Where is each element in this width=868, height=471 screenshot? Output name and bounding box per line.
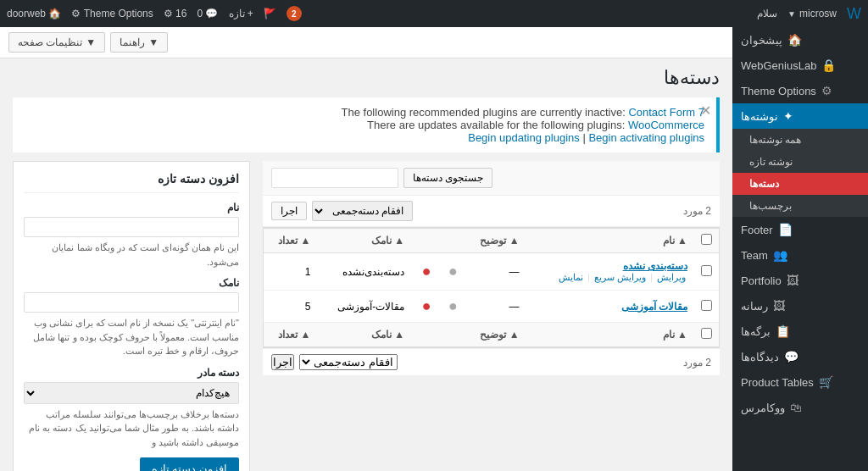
sidebar-item-team[interactable]: 👥 Team [732,242,868,268]
sidebar-item-pages[interactable]: 📋 برگه‌ها [732,319,868,344]
sidebar-item-comments[interactable]: 💬 دیدگاه‌ها [732,344,868,369]
parent-hint: دسته‌ها برخلاف برچسب‌ها می‌توانند سلسله … [24,407,239,450]
row2-desc-cell: — [465,291,526,323]
sidebar-item-dashboard[interactable]: 🏠 پیشخوان [732,27,868,53]
dashboard-icon: 🏠 [787,33,802,47]
foot-col-name[interactable]: ▲ نام [526,323,694,347]
sidebar-item-new-post[interactable]: نوشته تازه [732,151,868,173]
help-btn[interactable]: ▼ راهنما [110,32,168,53]
sidebar-item-footer[interactable]: 📄 Footer [732,217,868,242]
sidebar-item-posts[interactable]: ✦ نوشته‌ها [732,103,868,129]
notice-close-btn[interactable]: ✕ [700,103,711,119]
foot-col-count[interactable]: ▲ تعداد [264,323,317,347]
name-hint: این نام همان گونه‌ای است که در وبگاه شما… [24,241,239,269]
row1-checkbox[interactable] [701,265,712,276]
adminbar-site-name[interactable]: microsw ▼ [787,8,837,19]
row1-edit-link[interactable]: ویرایش [657,272,686,282]
adminbar-comments-btn[interactable]: 💬 0 [197,8,218,19]
sidebar: 🏠 پیشخوان 🔒 WebGeniusLab ⚙ Theme Options… [732,27,868,471]
row1-desc-cell: — [465,253,526,291]
col-slug[interactable]: ▲ نامک [317,229,411,253]
name-input[interactable] [24,217,239,237]
add-form-title: افزون دسته تازه [24,172,239,193]
star-icon: ✦ [783,109,793,123]
bulk-action-select-bottom[interactable]: افقام دسته‌جمعی [299,354,398,370]
sidebar-item-woocommerce[interactable]: 🛍 ووکامرس [732,395,868,420]
row2-name-link[interactable]: مقالات آموزشی [621,301,687,313]
col-name[interactable]: ▲ نام [526,229,694,253]
search-input[interactable] [271,168,398,188]
all-posts-label: همه نوشته‌ها [749,134,801,146]
add-category-submit-btn[interactable]: افزون دسته تازه [140,457,239,471]
footer-icon: 📄 [778,223,793,236]
foot-col-description[interactable]: ▲ توضیح [465,323,526,347]
row1-dot-red: ● [411,253,437,291]
sidebar-item-webgeniuslab[interactable]: 🔒 WebGeniusLab [732,53,868,78]
sidebar-item-categories[interactable]: دسته‌ها [732,173,868,195]
adminbar-count-16[interactable]: 16 ⚙ [164,8,187,19]
sidebar-item-media[interactable]: 🖼 رسانه [732,293,868,319]
adminbar-site-link[interactable]: W [847,5,861,23]
bulk-apply-btn[interactable]: اجرا [271,202,307,220]
lock-icon: 🔒 [821,58,836,72]
sidebar-item-all-posts[interactable]: همه نوشته‌ها [732,129,868,151]
adminbar-site-label[interactable]: سلام [757,8,777,19]
pages-icon: 📋 [776,324,790,338]
form-parent-row: دسته مادر هیچ‌کدام دسته‌ها برخلاف برچسب‌… [24,367,239,450]
parent-select[interactable]: هیچ‌کدام [24,382,239,404]
row2-checkbox[interactable] [701,300,712,311]
woo-icon: 🛍 [790,401,802,414]
row1-name-link[interactable]: دسته‌بندی نشده [623,260,687,272]
notice-box: ✕ The following recommended plugins are … [13,97,720,152]
col-checkbox[interactable] [694,229,719,253]
search-submit-btn[interactable]: جستجوی دسته‌ها [403,168,492,188]
row1-quick-edit-link[interactable]: ویرایش سریع [594,272,646,282]
notice-link-activate[interactable]: Begin activating plugins [588,131,704,144]
row1-count-cell: 1 [264,253,317,291]
top-toolbar: ▼ تنظیمات صفحه ▼ راهنما [0,27,732,58]
sidebar-item-product-tables[interactable]: 🛒 Product Tables [732,369,868,395]
notice-link-woocommerce[interactable]: WooCommerce [628,119,704,131]
row1-view-link[interactable]: نمایش [559,272,583,282]
notice-link-update[interactable]: Begin updating plugins [468,131,580,144]
adminbar-new-btn[interactable]: + تازه [229,8,253,19]
col-description[interactable]: ▲ توضیح [465,229,526,253]
notice-line1: The following recommended plugins are cu… [342,106,629,119]
add-category-form-col: افزون دسته تازه نام این نام همان گونه‌ای… [13,161,250,471]
page-settings-btn[interactable]: ▼ تنظیمات صفحه [8,32,105,53]
adminbar-user[interactable]: 🏠 doorweb [7,8,61,19]
sidebar-item-label: ووکامرس [741,402,785,414]
foot-select-all[interactable] [701,328,712,339]
main-layout: 🏠 پیشخوان 🔒 WebGeniusLab ⚙ Theme Options… [0,27,868,471]
bulk-apply-btn-bottom[interactable]: اجرا [271,354,294,370]
adminbar-badge-item[interactable]: 2 [287,6,302,21]
bulk-actions-top: 2 مورد افقام دسته‌جمعی اجرا [263,196,720,227]
slug-input[interactable] [24,292,239,313]
row2-count-cell: 5 [264,291,317,323]
sidebar-item-portfolio[interactable]: 🖼 Portfolio [732,268,868,293]
select-all-checkbox[interactable] [701,234,712,245]
page-title: دسته‌ها [13,67,720,89]
categories-label: دسته‌ها [749,178,779,190]
slug-label: نامک [24,277,239,289]
foot-checkbox[interactable] [694,323,719,347]
table-footer-row: ▲ نام ▲ توضیح ▲ نامک ▲ تعداد [264,323,719,347]
slug-hint: "نام اینترنتی" یک نسخه از نام است که برا… [24,316,239,358]
sidebar-item-label: پیشخوان [741,34,782,47]
bulk-action-select[interactable]: افقام دسته‌جمعی [312,201,413,221]
adminbar-right: 2 🚩 + تازه 💬 0 16 ⚙ Theme Options ⚙ 🏠 do… [7,6,302,21]
settings-dropdown-icon: ▼ [86,36,96,48]
row1-checkbox-cell[interactable] [694,253,719,291]
adminbar-theme-options[interactable]: Theme Options ⚙ [71,8,153,19]
new-post-label: نوشته تازه [749,156,793,168]
media-icon: 🖼 [773,299,785,313]
sidebar-item-tags[interactable]: برچسب‌ها [732,195,868,217]
notice-link-contact-form[interactable]: Contact Form 7 [628,106,704,119]
row2-checkbox-cell[interactable] [694,291,719,323]
sidebar-item-theme-options[interactable]: ⚙ Theme Options [732,78,868,103]
foot-col-slug[interactable]: ▲ نامک [317,323,411,347]
team-icon: 👥 [773,248,787,262]
col-count[interactable]: ▲ تعداد [264,229,317,253]
row1-actions: ویرایش | ویرایش سریع | نمایش [533,272,687,283]
posts-submenu: همه نوشته‌ها نوشته تازه دسته‌ها برچسب‌ها [732,129,868,217]
